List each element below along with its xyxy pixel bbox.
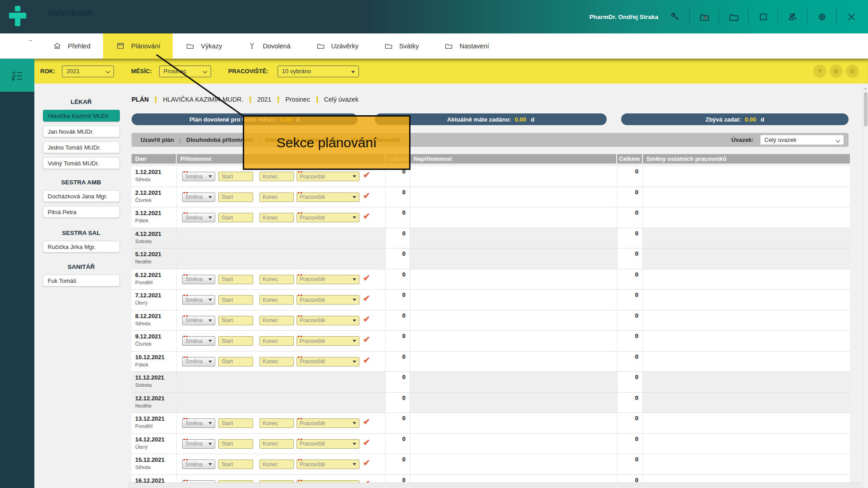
menu-button[interactable] bbox=[846, 65, 859, 78]
start-input[interactable]: Start bbox=[218, 316, 253, 325]
start-input[interactable]: Start bbox=[218, 439, 253, 449]
absence-cell bbox=[410, 413, 617, 433]
uvazek-select[interactable]: Celý úvazek bbox=[760, 135, 844, 145]
confirm-check-icon[interactable]: ✔ bbox=[363, 355, 370, 366]
confirm-check-icon[interactable]: ✔ bbox=[363, 293, 370, 304]
key-icon[interactable] bbox=[668, 10, 682, 23]
rok-value: 2021 bbox=[66, 68, 80, 75]
confirm-check-icon[interactable]: ✔ bbox=[363, 211, 370, 221]
smena-select[interactable]: Směna bbox=[182, 336, 215, 346]
konec-input[interactable]: Konec bbox=[259, 295, 294, 305]
konec-input[interactable]: Konec bbox=[259, 192, 294, 202]
smena-select[interactable]: Směna bbox=[182, 275, 215, 284]
start-input[interactable]: Start bbox=[218, 172, 253, 181]
absence-cell bbox=[410, 454, 617, 474]
start-input[interactable]: Start bbox=[218, 275, 253, 284]
rok-select[interactable]: 2021 bbox=[62, 66, 114, 77]
smena-select[interactable]: Směna bbox=[182, 192, 215, 202]
vertical-scrollbar[interactable]: ▲ bbox=[863, 85, 868, 488]
konec-input[interactable]: Konec bbox=[259, 460, 294, 469]
pracoviste-select[interactable]: Pracoviště bbox=[297, 418, 359, 428]
pracoviste-select[interactable]: Pracoviště bbox=[297, 316, 359, 325]
start-input[interactable]: Start bbox=[218, 418, 253, 428]
sidebar-expand-arrow-icon[interactable]: → bbox=[27, 36, 33, 43]
pracoviste-select[interactable]: Pracoviště bbox=[297, 460, 359, 469]
konec-input[interactable]: Konec bbox=[259, 275, 294, 284]
smena-select[interactable]: Směna bbox=[182, 213, 215, 222]
smena-select[interactable]: Směna bbox=[182, 418, 215, 428]
konec-input[interactable]: Konec bbox=[259, 213, 294, 222]
start-input[interactable]: Start bbox=[218, 192, 253, 202]
smena-select[interactable]: Směna bbox=[182, 439, 215, 449]
pracoviste-select[interactable]: Pracoviště bbox=[297, 213, 359, 222]
smena-select[interactable]: Směna bbox=[182, 357, 215, 366]
start-input[interactable]: Start bbox=[218, 295, 253, 305]
konec-input[interactable]: Konec bbox=[259, 439, 294, 449]
user-name[interactable]: PharmDr. Ondřej Straka bbox=[590, 14, 658, 20]
smena-select[interactable]: Směna bbox=[182, 316, 215, 325]
konec-input[interactable]: Konec bbox=[259, 172, 294, 181]
gear-icon[interactable] bbox=[815, 10, 829, 23]
sidebar-item[interactable]: Jan Novák MUDr. bbox=[43, 126, 120, 137]
smena-select[interactable]: Směna bbox=[182, 295, 215, 305]
confirm-check-icon[interactable]: ✔ bbox=[363, 334, 370, 345]
pracoviste-select[interactable]: Pracoviště bbox=[297, 172, 359, 181]
start-input[interactable]: Start bbox=[218, 213, 253, 222]
breadcrumb-item[interactable]: Prosinec bbox=[285, 96, 310, 103]
pracoviste-select[interactable]: 10 vybráno bbox=[278, 66, 359, 77]
tab-prehled[interactable]: Přehled bbox=[40, 33, 103, 59]
confirm-check-icon[interactable]: ✔ bbox=[363, 458, 370, 468]
pracoviste-select[interactable]: Pracoviště bbox=[297, 192, 359, 202]
table-row: 5.12.2021Neděle00 bbox=[132, 249, 850, 269]
sidebar-item[interactable]: Volný Tomáš MUDr. bbox=[43, 157, 120, 169]
start-input[interactable]: Start bbox=[218, 460, 253, 469]
print-button[interactable] bbox=[830, 65, 843, 78]
confirm-check-icon[interactable]: ✔ bbox=[363, 417, 370, 427]
folder-icon[interactable] bbox=[727, 10, 741, 23]
sidebar-item[interactable]: Hlavička Kazimír MUDr. bbox=[43, 110, 120, 122]
breadcrumb-item[interactable]: Celý úvazek bbox=[324, 96, 359, 103]
smena-select[interactable]: Směna bbox=[182, 172, 215, 181]
folder-n-icon[interactable]: N bbox=[698, 10, 711, 23]
filter-button[interactable] bbox=[813, 65, 826, 78]
scrollbar-thumb[interactable] bbox=[864, 92, 868, 127]
close-icon[interactable] bbox=[844, 10, 858, 23]
confirm-check-icon[interactable]: ✔ bbox=[363, 314, 370, 324]
confirm-check-icon[interactable]: ✔ bbox=[363, 170, 370, 180]
pracoviste-select[interactable]: Pracoviště bbox=[297, 295, 359, 305]
pracoviste-select[interactable]: Pracoviště bbox=[297, 439, 359, 449]
breadcrumb-item[interactable]: 2021 bbox=[257, 96, 271, 103]
tab-dovolena[interactable]: Dovolená bbox=[235, 33, 303, 59]
pracoviste-select[interactable]: Pracoviště bbox=[297, 357, 359, 366]
horizontal-scrollbar[interactable] bbox=[128, 483, 861, 488]
sidebar-item[interactable]: Fuk Tomáš bbox=[43, 275, 120, 286]
konec-input[interactable]: Konec bbox=[259, 357, 294, 366]
confirm-check-icon[interactable]: ✔ bbox=[363, 191, 370, 201]
confirm-check-icon[interactable]: ✔ bbox=[363, 273, 370, 283]
tab-svatky[interactable]: Svátky bbox=[371, 33, 432, 59]
tab-nastaveni[interactable]: Nastavení bbox=[431, 33, 501, 59]
start-input[interactable]: Start bbox=[218, 336, 253, 346]
users-icon[interactable] bbox=[786, 10, 799, 23]
tab-uzaverky[interactable]: Uzávěrky bbox=[303, 33, 371, 59]
pracoviste-select[interactable]: Pracoviště bbox=[297, 275, 359, 284]
start-input[interactable]: Start bbox=[218, 357, 253, 366]
confirm-check-icon[interactable]: ✔ bbox=[363, 437, 370, 448]
konec-input[interactable]: Konec bbox=[259, 336, 294, 346]
konec-input[interactable]: Konec bbox=[259, 418, 294, 428]
scroll-up-arrow-icon[interactable]: ▲ bbox=[863, 85, 868, 91]
sidebar-item[interactable]: Docházková Jana Mgr. bbox=[43, 190, 120, 202]
smena-select[interactable]: Směna bbox=[182, 460, 215, 469]
tab-vykazy[interactable]: Výkazy bbox=[173, 33, 235, 59]
toolbar-action[interactable]: Uzavřít plán bbox=[141, 136, 174, 143]
sidebar-item[interactable]: Ručička Jirka Mgr. bbox=[43, 241, 120, 253]
sidebar-item[interactable]: Jedno Tomáš MUDr. bbox=[43, 141, 120, 153]
frame-icon[interactable] bbox=[756, 10, 770, 23]
breadcrumb-item[interactable]: HLAVIČKA KAZIMÍR MUDR. bbox=[163, 96, 243, 103]
tab-planovani[interactable]: Plánování bbox=[103, 33, 173, 59]
mesic-select[interactable]: Prosinec bbox=[159, 66, 211, 77]
checklist-menu-button[interactable] bbox=[0, 59, 34, 92]
sidebar-item[interactable]: Pilná Petra bbox=[43, 206, 120, 218]
konec-input[interactable]: Konec bbox=[259, 316, 294, 325]
pracoviste-select[interactable]: Pracoviště bbox=[297, 336, 359, 346]
